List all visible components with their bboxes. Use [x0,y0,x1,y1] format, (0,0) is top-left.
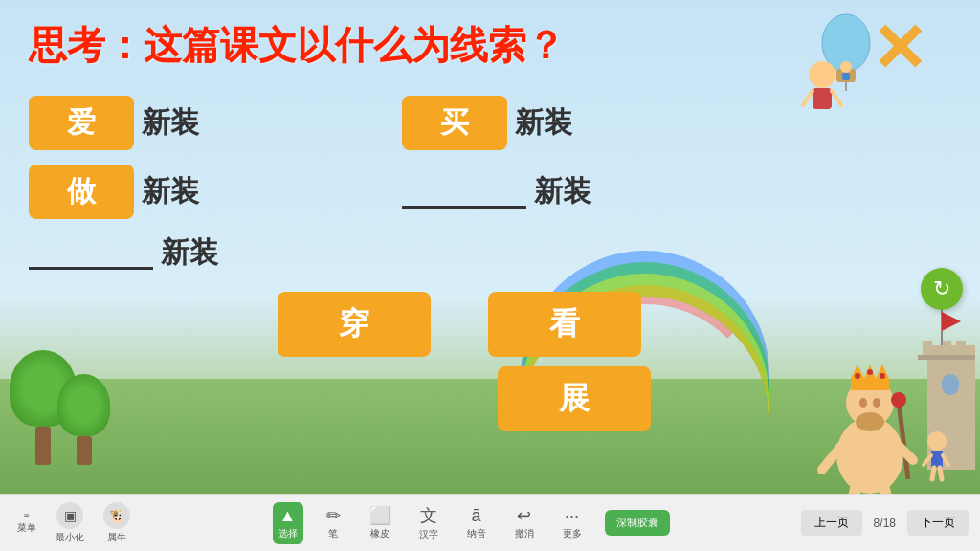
undo-icon: ↩ [517,505,531,526]
tool-pen[interactable]: ✏ 笔 [321,501,346,544]
audio-icon: ā [471,506,480,526]
suffix-4: 新装 [534,172,591,211]
toolbar-right: 上一页 8/18 下一页 [789,510,980,536]
tool-audio[interactable]: ā 纳音 [461,502,492,544]
btn-kan[interactable]: 看 [488,292,641,357]
user-label: 属牛 [107,531,126,544]
suffix-2: 新装 [515,103,572,143]
item-row-4: 新装 [402,165,699,219]
tool-eraser-label: 橡皮 [370,527,390,540]
blank-2 [29,236,153,270]
tool-select-label: 选择 [278,527,298,540]
bottom-section: 穿 看 展 [278,292,951,431]
avatar-icon: 🐮 [103,502,130,529]
next-page-button[interactable]: 下一页 [907,510,969,536]
btn-chuan[interactable]: 穿 [278,292,431,357]
bottom-row-2: 展 [278,366,651,431]
menu-label: 菜单 [17,521,36,535]
page-current: 8 [874,517,880,530]
page-title: 思考：这篇课文以什么为线索？ [29,19,951,72]
item-row-1: 爱 新装 [29,96,325,150]
blank-1 [402,175,526,209]
refresh-button[interactable]: ↻ [921,268,963,310]
menu-button[interactable]: ≡ 菜单 [11,507,42,539]
deep-lesson-button[interactable]: 深制胶囊 [605,510,670,536]
text-icon: 文 [420,504,437,527]
tool-more[interactable]: ··· 更多 [557,502,588,544]
user-avatar-button[interactable]: 🐮 属牛 [98,498,136,548]
prev-page-button[interactable]: 上一页 [801,510,862,536]
toolbar-center: ▲ 选择 ✏ 笔 ⬜ 橡皮 文 汉字 ā 纳音 ↩ 撤消 ··· 更多 深制胶囊 [153,500,789,545]
toolbar-left: ≡ 菜单 ▣ 最小化 🐮 属牛 [0,498,153,548]
empty-cell [402,233,699,273]
pen-icon: ✏ [326,505,341,526]
select-icon: ▲ [279,506,297,526]
menu-icon: ≡ [24,511,30,521]
tool-undo[interactable]: ↩ 撤消 [509,501,540,544]
btn-mai[interactable]: 买 [402,96,507,150]
minimize-icon: ▣ [56,502,83,529]
suffix-1: 新装 [142,103,199,143]
more-icon: ··· [565,506,579,526]
suffix-5: 新装 [161,233,218,273]
tool-audio-label: 纳音 [467,527,486,540]
tool-pen-label: 笔 [328,527,338,540]
btn-ai[interactable]: 爱 [29,96,134,150]
minimize-button[interactable]: ▣ 最小化 [50,498,90,548]
minimize-label: 最小化 [56,531,84,544]
tool-undo-label: 撤消 [515,527,534,540]
items-grid: 爱 新装 买 新装 做 新装 新装 新装 [29,96,699,273]
suffix-3: 新装 [142,172,199,211]
btn-zhan[interactable]: 展 [498,366,651,431]
page-total: 18 [883,517,896,530]
item-row-3: 做 新装 [29,165,325,219]
eraser-icon: ⬜ [369,505,390,526]
tool-text-label: 汉字 [419,528,438,541]
item-row-5: 新装 [29,233,325,273]
page-indicator: 8/18 [868,517,902,530]
toolbar: ≡ 菜单 ▣ 最小化 🐮 属牛 ▲ 选择 ✏ 笔 ⬜ 橡皮 文 汉字 [0,494,980,551]
bottom-row-1: 穿 看 [278,292,641,357]
main-content: 思考：这篇课文以什么为线索？ 爱 新装 买 新装 做 新装 新装 新装 [0,0,980,494]
btn-zuo[interactable]: 做 [29,165,134,219]
tool-select[interactable]: ▲ 选择 [273,502,303,544]
tool-more-label: 更多 [563,527,582,540]
tool-text[interactable]: 文 汉字 [413,500,444,545]
tool-eraser[interactable]: ⬜ 橡皮 [364,501,396,544]
item-row-2: 买 新装 [402,96,699,150]
